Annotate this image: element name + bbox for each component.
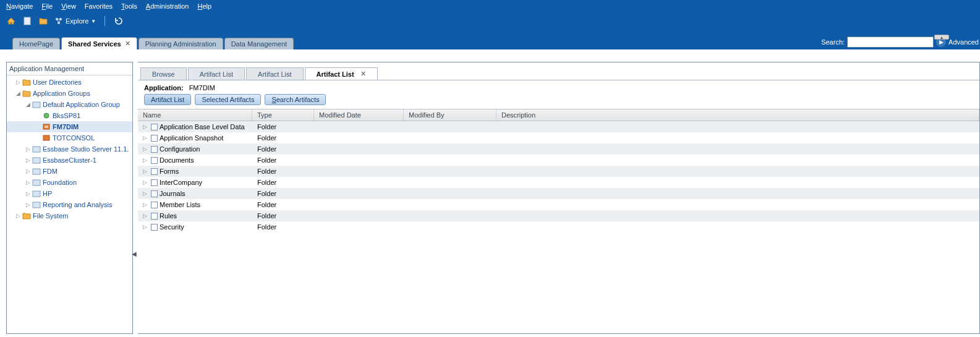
expander-icon[interactable]: ▷ [143, 213, 149, 219]
menu-favorites[interactable]: Favorites [85, 2, 113, 10]
tree-fdm[interactable]: ▷ FDM [7, 166, 132, 177]
table-row[interactable]: ▷JournalsFolder [138, 188, 979, 199]
checkbox[interactable] [151, 168, 158, 175]
refresh-icon[interactable] [114, 16, 124, 26]
tab-data-management[interactable]: Data Management [224, 38, 294, 49]
menu-navigate[interactable]: Navigate [6, 2, 33, 10]
table-row[interactable]: ▷ConfigurationFolder [138, 143, 979, 155]
tree-fm7dim[interactable]: FM7DIM [7, 121, 132, 132]
tree-default-app-group[interactable]: ◢ Default Application Group [7, 99, 132, 110]
explore-label: Explore [66, 17, 88, 25]
tree-essbase-cluster[interactable]: ▷ EssbaseCluster-1 [7, 155, 132, 166]
tree-reporting-analysis[interactable]: ▷ Reporting and Analysis [7, 199, 132, 210]
splitter[interactable]: ◀ [133, 49, 138, 337]
menu-bar: Navigate File View Favorites Tools Admin… [0, 0, 980, 12]
tree-file-system[interactable]: ▷ File System [7, 210, 132, 221]
tree-foundation[interactable]: ▷ Foundation [7, 177, 132, 188]
tree-totconsol[interactable]: TOTCONSOL [7, 132, 132, 143]
table-row[interactable]: ▷Member ListsFolder [138, 199, 979, 210]
tree-essbase-studio[interactable]: ▷ Essbase Studio Server 11.1. [7, 143, 132, 155]
expander-icon[interactable]: ▷ [24, 190, 32, 197]
tree-hp[interactable]: ▷ HP [7, 188, 132, 199]
checkbox[interactable] [151, 146, 158, 153]
tree-bkssp81[interactable]: BksSP81 [7, 110, 132, 121]
inner-tab-artifact-3[interactable]: Artifact List ✕ [305, 67, 378, 80]
table-row[interactable]: ▷Application SnapshotFolder [138, 132, 979, 143]
checkbox[interactable] [151, 157, 158, 164]
expander-icon[interactable]: ▷ [143, 179, 149, 186]
col-modified-date[interactable]: Modified Date [314, 109, 404, 121]
checkbox[interactable] [151, 202, 158, 208]
checkbox[interactable] [151, 135, 158, 142]
expander-icon[interactable]: ▷ [143, 224, 149, 230]
col-description[interactable]: Description [496, 109, 979, 121]
checkbox[interactable] [151, 124, 158, 130]
tree-application-groups[interactable]: ◢ Application Groups [7, 88, 132, 99]
table-row[interactable]: ▷DocumentsFolder [138, 155, 979, 166]
svg-rect-0 [24, 17, 30, 25]
col-name[interactable]: Name [138, 109, 252, 121]
expander-icon[interactable]: ▷ [143, 135, 149, 141]
table-row[interactable]: ▷RulesFolder [138, 210, 979, 221]
explore-button[interactable]: Explore ▼ [54, 17, 96, 25]
collapse-handle-icon[interactable]: ▲ [934, 35, 949, 40]
row-type: Folder [252, 201, 314, 208]
row-type: Folder [252, 145, 314, 153]
menu-file[interactable]: File [41, 2, 53, 10]
open-folder-icon[interactable] [38, 16, 48, 26]
new-document-icon[interactable] [22, 16, 32, 26]
artifact-list-button[interactable]: Artifact List [144, 94, 191, 105]
table-row[interactable]: ▷InterCompanyFolder [138, 177, 979, 188]
expander-icon[interactable]: ▷ [24, 179, 32, 186]
checkbox[interactable] [151, 190, 158, 197]
expander-icon[interactable]: ▷ [143, 202, 149, 208]
checkbox[interactable] [151, 213, 158, 220]
expander-icon[interactable]: ▷ [143, 157, 149, 163]
expander-icon[interactable]: ▷ [143, 124, 149, 130]
expander-icon[interactable]: ▷ [143, 190, 149, 197]
tab-planning-admin[interactable]: Planning Administration [138, 38, 223, 49]
col-modified-by[interactable]: Modified By [404, 109, 496, 121]
expander-icon[interactable]: ▷ [24, 168, 32, 174]
expander-icon[interactable]: ◢ [24, 101, 32, 108]
table-row[interactable]: ▷FormsFolder [138, 166, 979, 177]
close-icon[interactable]: ✕ [360, 70, 366, 78]
server-icon [32, 178, 41, 187]
tab-homepage[interactable]: HomePage [12, 38, 60, 49]
expander-icon[interactable]: ◢ [14, 90, 22, 96]
menu-administration[interactable]: Administration [146, 2, 189, 10]
expander-icon[interactable]: ▷ [143, 168, 149, 174]
expander-icon[interactable]: ▷ [143, 146, 149, 152]
server-icon [32, 145, 41, 153]
inner-tab-artifact-2[interactable]: Artifact List [246, 67, 303, 80]
col-type[interactable]: Type [252, 109, 314, 121]
expander-icon[interactable]: ▷ [14, 79, 22, 85]
menu-tools[interactable]: Tools [121, 2, 137, 10]
row-name: Application Snapshot [160, 134, 223, 142]
menu-view[interactable]: View [61, 2, 76, 10]
tab-shared-services[interactable]: Shared Services ✕ [61, 37, 137, 49]
tree-user-directories[interactable]: ▷ User Directories [7, 77, 132, 88]
svg-rect-13 [33, 191, 40, 197]
checkbox[interactable] [151, 224, 158, 231]
home-icon[interactable] [6, 16, 16, 26]
menu-help[interactable]: Help [197, 2, 211, 10]
search-artifacts-button[interactable]: Search Artifacts [265, 94, 326, 105]
folder-icon [22, 89, 32, 98]
search-input[interactable] [847, 36, 934, 48]
table-row[interactable]: ▷Application Base Level DataFolder [138, 121, 979, 132]
advanced-link[interactable]: Advanced [948, 38, 979, 46]
expander-icon[interactable]: ▷ [14, 213, 22, 219]
expander-icon[interactable]: ▷ [24, 146, 32, 152]
expander-icon[interactable]: ▷ [24, 157, 32, 163]
checkbox[interactable] [151, 179, 158, 186]
table-row[interactable]: ▷SecurityFolder [138, 221, 979, 232]
content-pane: Browse Artifact List Artifact List Artif… [138, 62, 980, 334]
close-icon[interactable]: ✕ [125, 40, 130, 48]
row-type: Folder [252, 179, 314, 186]
selected-artifacts-button[interactable]: Selected Artifacts [195, 94, 261, 105]
inner-tab-browse[interactable]: Browse [140, 67, 187, 80]
inner-tab-artifact-1[interactable]: Artifact List [188, 67, 245, 80]
row-name: Rules [160, 212, 177, 220]
expander-icon[interactable]: ▷ [24, 202, 32, 208]
